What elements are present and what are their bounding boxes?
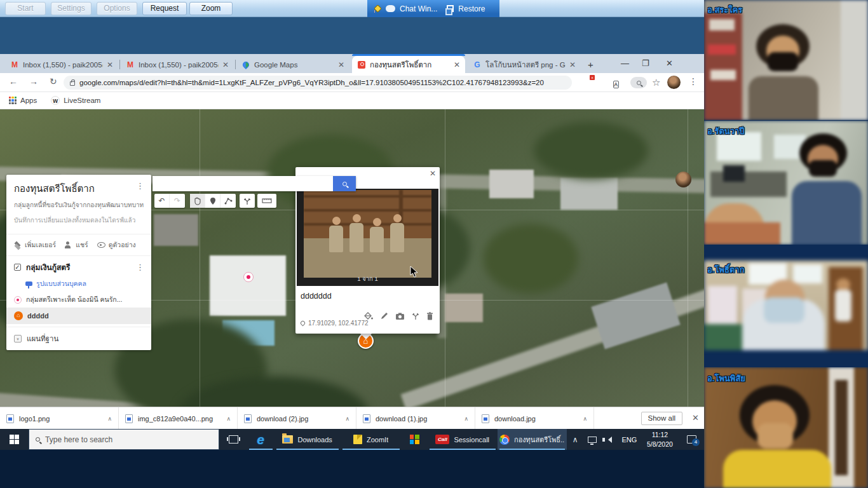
map-search-input[interactable] xyxy=(153,176,333,191)
style-bucket-icon[interactable] xyxy=(364,312,373,320)
marker-photo[interactable] xyxy=(304,190,431,278)
network-tray-icon[interactable] xyxy=(583,429,600,450)
sessioncall-taskbar-button[interactable]: Call Sessioncall xyxy=(428,429,498,450)
task-view-button[interactable] xyxy=(219,429,247,450)
layer-checkbox[interactable]: ✓ xyxy=(14,264,21,271)
delete-trash-icon[interactable] xyxy=(426,312,433,320)
tab-close-icon[interactable]: ✕ xyxy=(569,60,576,69)
undo-button[interactable]: ↶ xyxy=(154,194,170,208)
settings-button[interactable]: Settings xyxy=(51,2,92,15)
chevron-up-icon[interactable]: ∧ xyxy=(583,416,587,422)
download-item[interactable]: download (1).jpg ∧ xyxy=(356,407,475,430)
download-item[interactable]: logo1.png ∧ xyxy=(0,407,119,430)
forward-button[interactable]: → xyxy=(29,76,38,86)
chevron-up-icon[interactable]: ∧ xyxy=(345,416,349,422)
store-taskbar-button[interactable] xyxy=(402,429,428,450)
tab-close-icon[interactable]: ✕ xyxy=(107,60,113,69)
download-item[interactable]: download.jpg ∧ xyxy=(475,407,594,430)
chat-bubble-icon[interactable] xyxy=(386,5,395,12)
map-account-avatar[interactable] xyxy=(675,172,691,187)
action-center-button[interactable]: 4 xyxy=(679,429,704,450)
address-bar[interactable]: google.com/maps/d/edit?hl=th&hl=th&mid=1… xyxy=(64,76,572,90)
bookmark-star-icon[interactable]: ☆ xyxy=(652,77,660,88)
taskbar-search[interactable]: Type here to search xyxy=(29,429,219,450)
zoom-button[interactable]: Zoom xyxy=(189,2,233,15)
zoom-indicator-icon[interactable] xyxy=(630,77,647,88)
chevron-up-icon[interactable]: ∧ xyxy=(226,416,231,422)
tab-inbox-2[interactable]: M Inbox (1,550) - paik2005@g ✕ xyxy=(121,56,234,73)
volume-tray-icon[interactable] xyxy=(600,429,618,450)
tab-inbox-1[interactable]: M Inbox (1,550) - paik2005@g ✕ xyxy=(5,56,118,73)
restore-icon[interactable] xyxy=(447,5,454,12)
webcam-feed-4[interactable]: อ.โพนพิสัย xyxy=(704,367,868,488)
clock[interactable]: 11:12 5/8/2020 xyxy=(641,429,679,450)
pin-icon[interactable] xyxy=(374,5,381,13)
downloads-taskbar-button[interactable]: Downloads xyxy=(275,429,341,450)
tab-google-search[interactable]: G โลโก้บนหน้าสตรี png - Googl ✕ xyxy=(468,56,581,73)
layer-item-mushroom[interactable]: กลุ่มสตรีเพาะเห็ด น้องมินี คนรัก... xyxy=(6,292,151,308)
chrome-taskbar-button[interactable]: กองทุนสตรีโพธิ์... xyxy=(498,429,567,450)
tab-google-maps[interactable]: Google Maps ✕ xyxy=(236,56,349,73)
measure-tool[interactable] xyxy=(257,194,276,208)
directions-tool[interactable] xyxy=(240,194,255,208)
add-layer-button[interactable]: เพิ่มเลเยอร์ xyxy=(14,240,56,250)
language-indicator[interactable]: ENG xyxy=(618,429,641,450)
tab-close-icon[interactable]: ✕ xyxy=(222,60,229,69)
request-control-button[interactable]: Request co... xyxy=(142,2,187,15)
downloads-close-icon[interactable]: ✕ xyxy=(692,413,699,423)
add-marker-tool[interactable] xyxy=(205,194,220,208)
layer-item-selected[interactable]: ⌂ ddddd xyxy=(6,308,151,324)
bookmark-apps[interactable]: Apps xyxy=(9,97,37,104)
minimize-button[interactable]: — xyxy=(621,58,629,68)
translate-icon[interactable]: A xyxy=(613,78,619,88)
window-close-button[interactable]: ✕ xyxy=(666,58,673,68)
map-title[interactable]: กองทุนสตรีโพธิ์ตาก xyxy=(14,181,136,196)
zoomit-taskbar-button[interactable]: ZoomIt xyxy=(341,429,402,450)
restore-button[interactable]: Restore xyxy=(458,4,485,13)
pan-hand-tool[interactable] xyxy=(190,194,205,208)
style-link-row[interactable]: รูปแบบส่วนบุคคล xyxy=(6,276,151,292)
chat-window-button[interactable]: Chat Win... xyxy=(400,4,437,13)
download-item[interactable]: download (2).jpg ∧ xyxy=(238,407,356,430)
tab-close-icon[interactable]: ✕ xyxy=(454,60,460,69)
basemap-expand-icon[interactable]: ▾ xyxy=(14,335,22,342)
show-all-downloads-button[interactable]: Show all xyxy=(641,412,682,425)
back-button[interactable]: ← xyxy=(9,76,18,86)
map-search-button[interactable] xyxy=(333,176,356,191)
start-menu-button[interactable] xyxy=(0,429,29,450)
webcam-feed-3[interactable]: อ.โพธิ์ตาก xyxy=(704,245,868,367)
bookmark-livestream[interactable]: w LiveStream xyxy=(51,96,100,105)
tab-mymaps-active[interactable]: กองทุนสตรีโพธิ์ตาก ✕ xyxy=(352,56,465,73)
draw-line-tool[interactable] xyxy=(220,194,236,208)
popup-close-icon[interactable]: ✕ xyxy=(430,169,436,178)
browser-menu-icon[interactable]: ⋮ xyxy=(689,76,698,86)
preview-button[interactable]: ดูตัวอย่าง xyxy=(97,240,136,250)
directions-icon[interactable] xyxy=(412,312,419,320)
edge-taskbar-button[interactable]: e xyxy=(247,429,275,450)
mushroom-group-marker[interactable] xyxy=(243,272,254,282)
edit-pencil-icon[interactable] xyxy=(380,312,388,320)
download-item[interactable]: img_c812a9e0a40...png ∧ xyxy=(119,407,238,430)
start-button[interactable]: Start xyxy=(5,2,46,15)
reload-button[interactable]: ↻ xyxy=(50,76,57,86)
tray-chevron-button[interactable]: ∧ xyxy=(567,429,583,450)
image-file-icon xyxy=(363,414,370,423)
profile-avatar[interactable] xyxy=(667,76,681,89)
redo-button[interactable]: ↷ xyxy=(170,194,185,208)
new-tab-button[interactable]: + xyxy=(588,59,593,70)
options-button[interactable]: Options xyxy=(97,2,137,15)
chevron-up-icon[interactable]: ∧ xyxy=(464,416,468,422)
webcam-feed-1[interactable]: อ.สระใคร xyxy=(704,0,868,120)
layer-menu-icon[interactable]: ⋮ xyxy=(136,262,144,272)
map-canvas[interactable]: GoogleMy Maps ข้อมูลแผนที่ ©2020 ภาพ ©20… xyxy=(0,109,704,407)
webcam-feed-2[interactable]: อ.รัตนวาปี xyxy=(704,121,868,245)
share-button[interactable]: แชร์ xyxy=(65,240,88,250)
maximize-button[interactable]: ❐ xyxy=(642,58,649,68)
layer-row[interactable]: ✓ กลุ่มเงินกู้สตรี ⋮ xyxy=(6,256,151,276)
base-map-row[interactable]: ▾ แผนที่ฐาน xyxy=(6,327,151,350)
tab-close-icon[interactable]: ✕ xyxy=(338,60,344,69)
chevron-up-icon[interactable]: ∧ xyxy=(107,416,112,422)
google-maps-icon xyxy=(241,60,250,69)
panel-menu-icon[interactable]: ⋮ xyxy=(136,181,144,196)
camera-icon[interactable] xyxy=(395,313,405,320)
